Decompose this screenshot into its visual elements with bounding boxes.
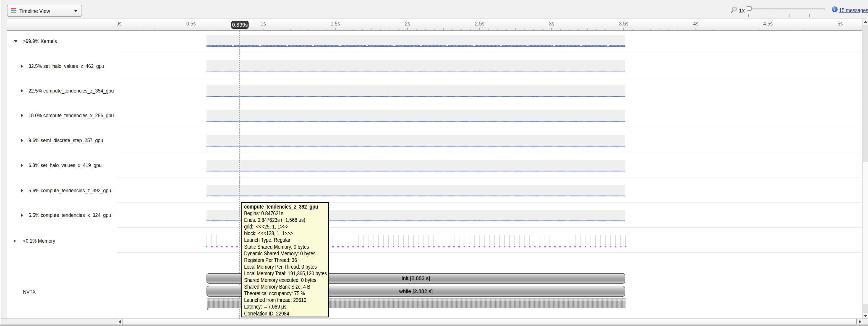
memory-op-tick[interactable]: [448, 235, 449, 245]
memory-op-tick[interactable]: [231, 235, 232, 245]
memory-dot[interactable]: [413, 246, 414, 247]
kernel-activity-line[interactable]: [207, 121, 625, 121]
memory-dot[interactable]: [625, 246, 626, 247]
memory-op-tick[interactable]: [474, 235, 475, 245]
expander-collapsed-icon[interactable]: [21, 164, 23, 167]
memory-dot[interactable]: [544, 246, 546, 247]
memory-op-tick[interactable]: [519, 235, 520, 245]
kernel-activity-line[interactable]: [207, 195, 625, 196]
memory-op-tick[interactable]: [494, 235, 495, 245]
scroll-left-button[interactable]: [117, 319, 123, 325]
memory-op-tick[interactable]: [509, 235, 510, 245]
memory-op-tick[interactable]: [413, 235, 414, 245]
kernel-track-band[interactable]: [207, 110, 625, 121]
memory-op-tick[interactable]: [393, 235, 394, 245]
memory-op-tick[interactable]: [565, 235, 565, 245]
memory-dot[interactable]: [529, 246, 530, 247]
zoom-slider-track[interactable]: [748, 8, 825, 10]
vertical-scrollbar[interactable]: [862, 19, 868, 319]
expander-collapsed-icon[interactable]: [21, 189, 23, 192]
kernel-activity-line[interactable]: [207, 71, 625, 72]
memory-op-tick[interactable]: [595, 235, 596, 245]
memory-op-tick[interactable]: [222, 235, 222, 245]
memory-dot[interactable]: [358, 246, 359, 247]
memory-dot[interactable]: [559, 246, 561, 247]
memory-op-tick[interactable]: [620, 235, 621, 245]
memory-op-tick[interactable]: [408, 235, 409, 245]
memory-dot[interactable]: [388, 246, 389, 247]
memory-dot[interactable]: [620, 246, 621, 247]
memory-dot[interactable]: [363, 246, 364, 247]
view-selector-dropdown[interactable]: Timeline View: [7, 5, 82, 17]
memory-dot[interactable]: [539, 246, 540, 247]
tree-row-label[interactable]: 6.3% set_halo_values_x_419_gpu: [28, 162, 101, 168]
memory-op-tick[interactable]: [600, 235, 601, 245]
memory-op-tick[interactable]: [625, 235, 626, 245]
memory-op-tick[interactable]: [454, 235, 455, 245]
expander-collapsed-icon[interactable]: [21, 64, 23, 68]
memory-op-tick[interactable]: [338, 235, 338, 245]
vertical-scrollbar-block[interactable]: [863, 304, 868, 313]
memory-op-tick[interactable]: [605, 235, 606, 245]
memory-op-tick[interactable]: [550, 235, 550, 245]
memory-op-tick[interactable]: [333, 235, 333, 245]
tree-row-label[interactable]: <0.1% Memory: [23, 238, 55, 244]
tree-row-label[interactable]: 22.5% compute_tendencies_z_354_gpu: [28, 88, 114, 94]
tree-row-label[interactable]: NVTX: [23, 289, 36, 295]
memory-op-tick[interactable]: [560, 235, 560, 245]
scroll-right-button[interactable]: [858, 319, 863, 325]
horizontal-scrollbar[interactable]: [117, 319, 863, 325]
memory-dot[interactable]: [231, 246, 233, 247]
memory-dot[interactable]: [393, 246, 394, 247]
memory-dot[interactable]: [373, 246, 374, 247]
memory-op-tick[interactable]: [418, 235, 419, 245]
scroll-down-button[interactable]: [863, 313, 868, 319]
memory-op-tick[interactable]: [489, 235, 490, 245]
kernel-activity-line[interactable]: [207, 146, 625, 146]
memory-op-tick[interactable]: [388, 235, 389, 245]
tree-row-label[interactable]: >99.9% Kernels: [23, 38, 57, 44]
kernel-track-band[interactable]: [207, 85, 625, 96]
memory-op-tick[interactable]: [539, 235, 540, 245]
memory-op-tick[interactable]: [429, 235, 429, 245]
memory-op-tick[interactable]: [555, 235, 555, 245]
memory-dot[interactable]: [216, 246, 218, 247]
memory-op-tick[interactable]: [433, 235, 434, 245]
memory-op-tick[interactable]: [207, 235, 207, 245]
memory-dot[interactable]: [453, 246, 455, 247]
memory-op-tick[interactable]: [524, 235, 525, 245]
memory-dot[interactable]: [443, 246, 444, 247]
memory-dot[interactable]: [438, 246, 439, 247]
memory-dot[interactable]: [342, 246, 344, 247]
memory-op-tick[interactable]: [378, 235, 379, 245]
memory-dot[interactable]: [332, 246, 334, 247]
memory-op-tick[interactable]: [504, 235, 505, 245]
timeline-ruler[interactable]: 0s0.5s1s1.5s2s2.5s3s3.5s4s4.5s5s: [117, 19, 862, 31]
tree-row-label[interactable]: 18.0% compute_tendencies_x_286_gpu: [28, 112, 114, 118]
memory-dot[interactable]: [337, 246, 339, 247]
memory-op-tick[interactable]: [368, 235, 369, 245]
memory-dot[interactable]: [221, 246, 222, 247]
memory-dot[interactable]: [580, 246, 581, 247]
memory-op-tick[interactable]: [610, 235, 611, 245]
memory-op-tick[interactable]: [515, 235, 515, 245]
memory-dot[interactable]: [418, 246, 420, 247]
memory-op-tick[interactable]: [373, 235, 373, 245]
memory-dot[interactable]: [378, 246, 379, 247]
memory-dot[interactable]: [382, 246, 384, 247]
memory-dot[interactable]: [478, 246, 480, 247]
memory-dot[interactable]: [519, 246, 520, 247]
kernel-track-band[interactable]: [207, 185, 625, 195]
memory-dot[interactable]: [554, 246, 556, 247]
memory-op-tick[interactable]: [358, 235, 359, 245]
tree-row-label[interactable]: 5.5% compute_tendencies_x_324_gpu: [28, 212, 111, 218]
zoom-slider-handle[interactable]: [747, 6, 752, 11]
memory-op-tick[interactable]: [535, 235, 535, 245]
memory-op-tick[interactable]: [216, 235, 217, 245]
tree-row-label[interactable]: 9.6% semi_discrete_step_257_gpu: [28, 137, 103, 143]
memory-dot[interactable]: [504, 246, 505, 247]
memory-dot[interactable]: [605, 246, 606, 247]
sidebar-timeline-divider[interactable]: [117, 19, 117, 319]
info-icon[interactable]: i: [832, 6, 838, 12]
memory-op-tick[interactable]: [570, 235, 570, 245]
